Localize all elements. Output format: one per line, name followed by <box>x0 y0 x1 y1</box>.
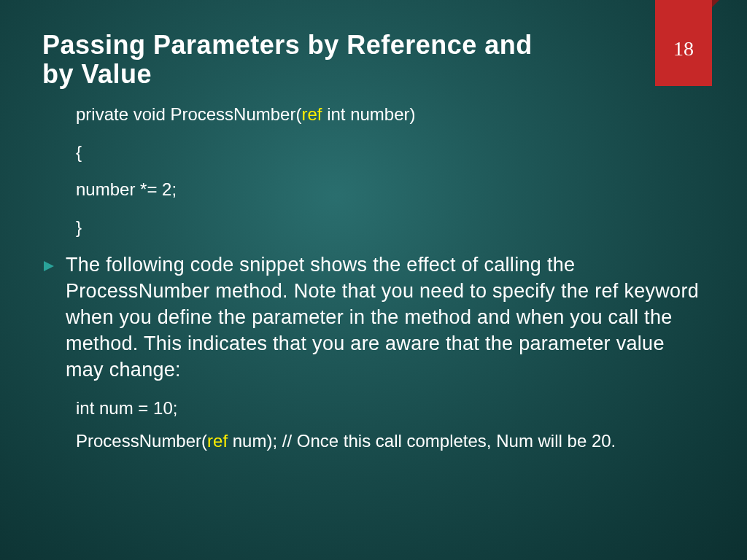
bullet-item: The following code snippet shows the eff… <box>42 252 706 384</box>
slide-title: Passing Parameters by Reference and by V… <box>42 31 568 88</box>
code-fragment: private void ProcessNumber( <box>76 104 301 124</box>
code-line-4: } <box>76 215 706 240</box>
code-fragment: int number) <box>322 104 415 124</box>
code-line-6: ProcessNumber(ref num); // Once this cal… <box>76 429 706 452</box>
slide-body: private void ProcessNumber(ref int numbe… <box>42 102 706 459</box>
code-line-1: private void ProcessNumber(ref int numbe… <box>76 102 706 127</box>
bullet-text: The following code snippet shows the eff… <box>66 252 706 384</box>
code-line-2: { <box>76 140 706 165</box>
code-fragment: ProcessNumber( <box>76 431 207 451</box>
code-line-5: int num = 10; <box>76 397 706 419</box>
code-line-3: number *= 2; <box>76 177 706 202</box>
code-fragment: num); // Once this call completes, Num w… <box>228 431 616 451</box>
triangle-bullet-icon <box>42 260 55 276</box>
svg-marker-0 <box>44 261 54 271</box>
ref-keyword: ref <box>207 431 228 451</box>
slide-number-ribbon: 18 <box>655 0 712 86</box>
slide-number: 18 <box>673 37 694 61</box>
ref-keyword: ref <box>301 104 322 124</box>
